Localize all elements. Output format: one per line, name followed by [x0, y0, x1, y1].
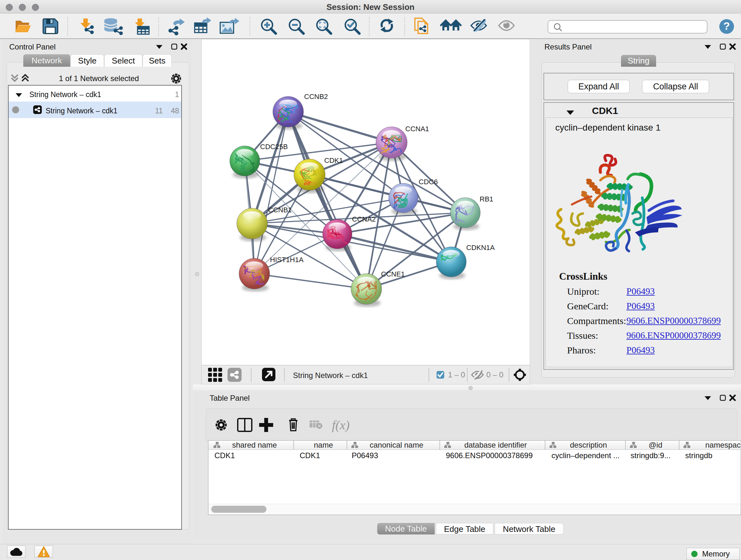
svg-text:@id: @id [649, 441, 662, 449]
svg-text:HIST1H1A: HIST1H1A [270, 256, 304, 264]
svg-text:CDK1: CDK1 [324, 157, 343, 165]
svg-text:CCNE1: CCNE1 [381, 270, 405, 278]
svg-text:CCNB2: CCNB2 [304, 92, 328, 101]
svg-text:description: description [570, 441, 607, 449]
svg-text:?: ? [724, 20, 730, 32]
svg-text:CCNB1: CCNB1 [268, 206, 292, 214]
svg-text:String Network – cdk1: String Network – cdk1 [293, 371, 368, 380]
svg-text:CCNA2: CCNA2 [352, 215, 376, 223]
svg-text:canonical name: canonical name [369, 441, 423, 449]
svg-text:name: name [314, 441, 333, 449]
svg-text:database identifier: database identifier [464, 441, 527, 449]
svg-text:CCNA1: CCNA1 [405, 125, 429, 133]
svg-text:RB1: RB1 [480, 195, 493, 203]
svg-text:f(x): f(x) [332, 418, 350, 432]
svg-text:namespace: namespace [705, 441, 741, 449]
svg-text:CDC25B: CDC25B [260, 143, 288, 151]
svg-text:shared name: shared name [232, 441, 277, 449]
svg-text:0 – 0: 0 – 0 [486, 370, 503, 379]
svg-text:1 – 0: 1 – 0 [448, 370, 465, 379]
svg-text:CDKN1A: CDKN1A [466, 244, 495, 252]
svg-text:CDC6: CDC6 [419, 178, 438, 186]
